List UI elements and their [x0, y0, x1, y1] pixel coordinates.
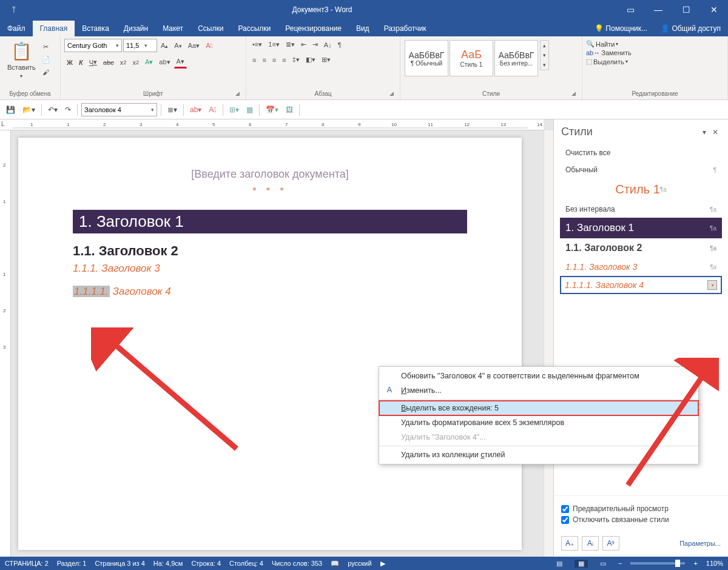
highlight-icon[interactable]: ab▾ — [157, 56, 172, 68]
view-read-icon[interactable]: ▤ — [553, 560, 566, 568]
tab-home[interactable]: Главная — [33, 21, 75, 36]
tab-design[interactable]: Дизайн — [116, 21, 155, 36]
close-button[interactable]: ✕ — [700, 0, 728, 19]
qat-calendar-icon[interactable]: 📅▾ — [263, 104, 281, 116]
style-item-h3[interactable]: 1.1.1. Заголовок 3¶a — [560, 258, 722, 276]
tab-file[interactable]: Файл — [0, 21, 33, 36]
menu-remove-formatting[interactable]: Удалить форматирование всех 5 экземпляро… — [379, 415, 698, 430]
style-item-style1[interactable]: Стиль 1¶a — [560, 178, 722, 201]
style-inspector-icon[interactable]: Aᵢ — [582, 536, 599, 551]
format-painter-icon[interactable]: 🖌 — [39, 67, 53, 78]
sort-icon[interactable]: A↓ — [322, 39, 334, 50]
panel-dropdown-icon[interactable]: ▾ — [699, 128, 710, 136]
ribbon-options-icon[interactable]: ▭ — [616, 0, 644, 19]
disable-linked-checkbox[interactable]: Отключить связанные стили — [561, 515, 721, 524]
view-web-icon[interactable]: ▭ — [596, 560, 610, 568]
cut-icon[interactable]: ✂ — [39, 41, 53, 53]
underline-button[interactable]: Ч▾ — [87, 56, 99, 68]
tab-view[interactable]: Вид — [349, 21, 377, 36]
undo-icon[interactable]: ↶▾ — [46, 104, 60, 116]
heading-4[interactable]: 1.1.1.1. Заголовок 4 — [73, 286, 467, 298]
styles-more-icon[interactable]: ▾ — [541, 60, 548, 70]
heading-3[interactable]: 1.1.1. Заголовок 3 — [73, 263, 467, 275]
panel-options-link[interactable]: Параметры... — [679, 540, 721, 547]
align-left-icon[interactable]: ≡ — [250, 55, 258, 65]
autosave-icon[interactable]: ⤒ — [0, 0, 28, 19]
minimize-button[interactable]: — — [644, 0, 672, 19]
launcher-icon[interactable]: ◢ — [570, 90, 577, 98]
status-column[interactable]: Столбец: 4 — [229, 560, 263, 567]
qat-table-icon[interactable]: ⊞▾ — [227, 104, 241, 116]
qat-highlight-icon[interactable]: ab▾ — [187, 104, 204, 116]
font-size-combo[interactable]: ▾ — [123, 39, 157, 52]
superscript-button[interactable]: x2 — [130, 57, 141, 68]
clear-format-icon[interactable]: A⃠ — [203, 40, 215, 51]
vertical-scrollbar[interactable] — [544, 130, 553, 557]
title-placeholder[interactable]: [Введите заголовок документа] — [18, 168, 522, 181]
style-item-nospace[interactable]: Без интервала¶a — [560, 201, 722, 218]
style-item-normal[interactable]: Обычный¶ — [560, 161, 722, 178]
tab-mailings[interactable]: Рассылки — [231, 21, 278, 36]
status-position[interactable]: На: 4,9см — [153, 560, 183, 567]
redo-icon[interactable]: ↷ — [62, 104, 73, 116]
style-tile-nospace[interactable]: АаБбВвГБез интер... — [494, 40, 538, 76]
select-button[interactable]: ⬚ Выделить ▾ — [586, 58, 632, 65]
replace-button[interactable]: ab↔ Заменить — [586, 49, 632, 56]
text-effects-icon[interactable]: A▾ — [143, 56, 155, 68]
document-page[interactable]: [Введите заголовок документа] ● ● ● 1. З… — [18, 138, 522, 550]
justify-icon[interactable]: ≡ — [280, 55, 288, 65]
launcher-icon[interactable]: ◢ — [388, 90, 395, 98]
horizontal-ruler[interactable]: L 11234567891011121314 — [0, 119, 544, 130]
paste-button[interactable]: 📋 Вставить ▾ — [4, 39, 39, 81]
style-item-h4[interactable]: 1.1.1.1. Заголовок 4▾ — [560, 276, 722, 294]
status-page[interactable]: СТРАНИЦА: 2 — [5, 560, 49, 567]
styles-up-icon[interactable]: ▴ — [541, 41, 548, 50]
preview-checkbox[interactable]: Предварительный просмотр — [561, 505, 721, 513]
pilcrow-icon[interactable]: ¶ — [335, 39, 344, 50]
save-icon[interactable]: 💾 — [4, 104, 18, 116]
styles-down-icon[interactable]: ▾ — [541, 50, 548, 60]
menu-modify-style[interactable]: AИзменить... — [379, 383, 698, 398]
shading-icon[interactable]: ◧▾ — [303, 54, 318, 65]
copy-icon[interactable]: 📄 — [39, 54, 53, 65]
shrink-font-icon[interactable]: A▾ — [172, 40, 184, 51]
tab-review[interactable]: Рецензирование — [278, 21, 349, 36]
tell-me[interactable]: 💡 Помощник... — [588, 21, 653, 36]
qat-clear-icon[interactable]: A⃠ — [206, 104, 218, 116]
vertical-ruler[interactable]: 21123 — [0, 130, 11, 557]
font-family-combo[interactable]: ▾ — [64, 39, 122, 52]
menu-remove-from-gallery[interactable]: Удалить из коллекции стилей — [379, 448, 698, 462]
borders-icon[interactable]: ⊞▾ — [319, 54, 333, 65]
panel-close-icon[interactable]: ✕ — [710, 128, 721, 136]
heading-2[interactable]: 1.1. Заголовок 2 — [73, 243, 467, 259]
style-selector-combo[interactable]: ▾ — [81, 103, 157, 116]
menu-update-style[interactable]: Обновить "Заголовок 4" в соответствии с … — [379, 369, 698, 383]
tab-developer[interactable]: Разработчик — [377, 21, 434, 36]
qat-image-icon[interactable]: 🖼 — [283, 104, 295, 116]
style-tile-normal[interactable]: АаБбВвГ¶ Обычный — [405, 40, 448, 76]
document-editor[interactable]: L 11234567891011121314 21123 [Введите за… — [0, 119, 553, 557]
style-item-dropdown-icon[interactable]: ▾ — [707, 280, 717, 290]
zoom-level[interactable]: 110% — [706, 560, 723, 567]
style-item-h1[interactable]: 1. Заголовок 1¶a — [560, 218, 722, 238]
qat-list-icon[interactable]: ≣▾ — [165, 104, 180, 116]
align-right-icon[interactable]: ≡ — [270, 55, 278, 65]
launcher-icon[interactable]: ◢ — [234, 90, 241, 98]
status-macro-icon[interactable]: ▶ — [380, 560, 385, 568]
menu-select-all-instances[interactable]: Выделить все вхождения: 5 — [379, 401, 698, 415]
open-icon[interactable]: 📂▾ — [20, 104, 38, 116]
status-language[interactable]: русский — [348, 560, 371, 567]
zoom-out-button[interactable]: − — [618, 560, 622, 567]
find-button[interactable]: 🔍 Найти ▾ — [586, 40, 632, 48]
align-center-icon[interactable]: ≡ — [260, 55, 268, 65]
qat-grid-icon[interactable]: ▦ — [244, 104, 255, 116]
bold-button[interactable]: Ж — [64, 57, 75, 68]
indent-icon[interactable]: ⇥ — [310, 39, 320, 50]
italic-button[interactable]: К — [76, 57, 86, 68]
bullets-icon[interactable]: •≡▾ — [250, 39, 265, 50]
status-line[interactable]: Строка: 4 — [191, 560, 221, 567]
line-spacing-icon[interactable]: ‡▾ — [290, 54, 302, 65]
heading-1[interactable]: 1. Заголовок 1 — [73, 210, 467, 233]
change-case-icon[interactable]: Aa▾ — [186, 40, 202, 52]
zoom-in-button[interactable]: + — [693, 560, 697, 567]
